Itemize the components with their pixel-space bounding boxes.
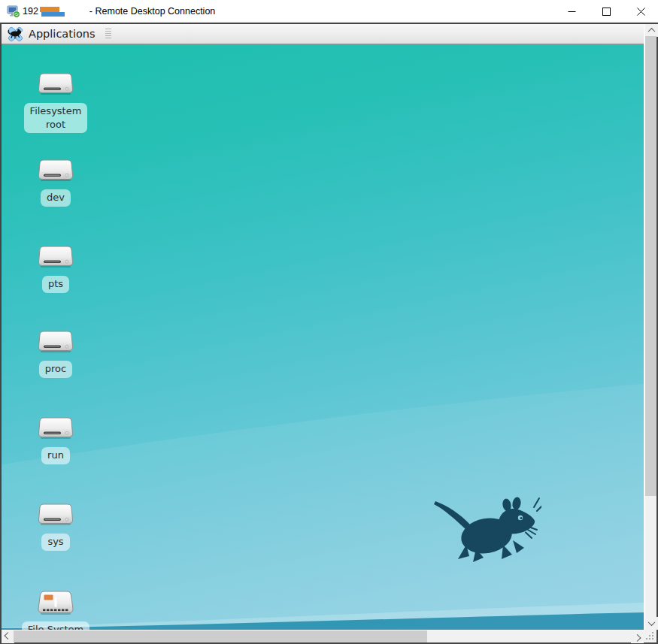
desktop-icon-label: pts	[42, 276, 69, 293]
title-bar: 192 - Remote Desktop Connection	[0, 0, 658, 23]
desktop-icon-label: proc	[39, 361, 72, 378]
desktop-icon-label: File System	[22, 621, 89, 630]
scroll-up-button[interactable]	[645, 24, 658, 37]
desktop-icon-label: dev	[41, 189, 71, 207]
window-title-prefix: 192	[23, 6, 38, 17]
minimize-button[interactable]	[554, 0, 589, 23]
redaction-bars	[40, 5, 65, 18]
hard-drive-icon	[38, 329, 74, 356]
hard-drive-icon	[38, 158, 74, 185]
desktop-icon-run[interactable]: run	[18, 416, 93, 464]
scroll-left-button[interactable]	[2, 630, 14, 643]
hard-drive-icon	[38, 502, 74, 529]
vertical-scrollbar[interactable]	[644, 24, 656, 630]
desktop-icon-pts[interactable]: pts	[18, 244, 93, 293]
hard-drive-icon	[38, 71, 74, 98]
hard-drive-orange-label-icon	[38, 590, 74, 617]
desktop-icon-label: sys	[41, 534, 69, 551]
hard-drive-icon	[38, 416, 74, 443]
panel-grip-handle[interactable]	[105, 29, 111, 39]
desktop: Filesystem root dev pts proc run	[2, 44, 644, 630]
chevron-left-icon	[5, 632, 12, 639]
scroll-right-button[interactable]	[631, 630, 644, 643]
xfce-logo-icon	[8, 26, 23, 42]
rdp-computer-icon	[7, 5, 20, 18]
desktop-icon-file-system[interactable]: File System	[18, 590, 93, 630]
resize-grip[interactable]	[644, 630, 656, 642]
rdp-window: { "window": { "title_prefix": "192", "ti…	[0, 0, 658, 644]
hard-drive-icon	[38, 244, 74, 271]
remote-screen: Applications	[2, 24, 644, 630]
resize-grip-icon	[644, 630, 656, 642]
applications-menu-button[interactable]: Applications	[2, 24, 102, 44]
horizontal-scrollbar-thumb[interactable]	[14, 630, 427, 642]
window-title: 192 - Remote Desktop Connection	[23, 0, 215, 23]
redaction-bar-orange	[40, 7, 59, 12]
xfce-mouse-mascot	[432, 492, 541, 564]
chevron-up-icon	[648, 28, 656, 35]
scroll-down-button[interactable]	[645, 617, 658, 630]
applications-menu-label: Applications	[29, 28, 96, 40]
chevron-down-icon	[648, 618, 656, 626]
xfce-panel: Applications	[2, 24, 644, 44]
horizontal-scrollbar[interactable]	[2, 630, 644, 642]
desktop-icon-proc[interactable]: proc	[18, 329, 93, 378]
window-title-suffix: - Remote Desktop Connection	[89, 6, 215, 17]
close-button[interactable]	[623, 0, 658, 23]
redaction-bar-blue	[41, 12, 65, 17]
rdp-viewport: Applications	[0, 23, 658, 644]
minimize-icon	[568, 8, 576, 16]
desktop-icon-dev[interactable]: dev	[18, 158, 93, 207]
desktop-icon-label: run	[41, 447, 70, 464]
chevron-right-icon	[634, 634, 641, 642]
close-icon	[637, 8, 645, 16]
vertical-scrollbar-thumb[interactable]	[645, 36, 656, 496]
desktop-icon-sys[interactable]: sys	[18, 502, 93, 551]
maximize-icon	[602, 8, 611, 16]
maximize-button[interactable]	[589, 0, 623, 23]
wallpaper-curves	[2, 44, 644, 630]
desktop-icon-label: Filesystem root	[24, 103, 88, 133]
desktop-icon-filesystem-root[interactable]: Filesystem root	[18, 71, 93, 133]
